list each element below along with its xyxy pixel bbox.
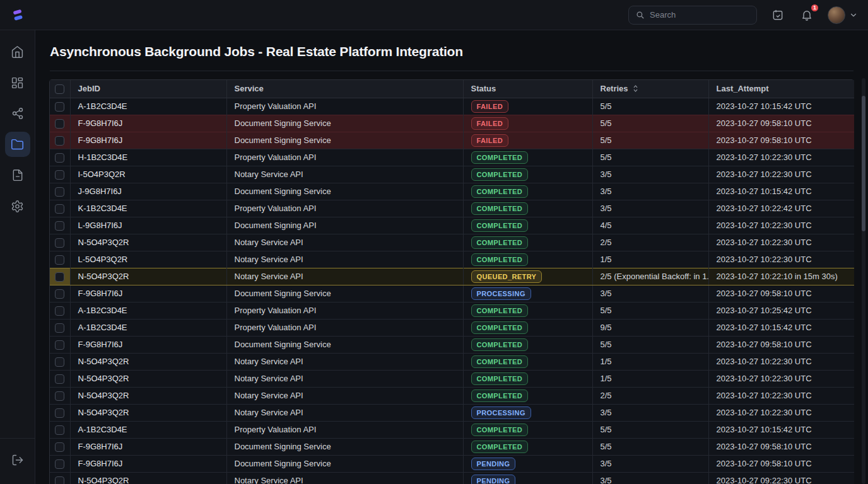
row-checkbox[interactable] [55, 136, 64, 146]
table-row[interactable]: I-5O4P3Q2R Notary Service API COMPLETED … [50, 166, 854, 183]
row-select-cell [50, 268, 70, 285]
row-checkbox[interactable] [55, 238, 64, 248]
row-checkbox[interactable] [55, 323, 64, 333]
row-checkbox[interactable] [55, 289, 64, 299]
row-checkbox[interactable] [55, 119, 64, 129]
service-cell: Notary Service API [226, 251, 463, 268]
app-logo[interactable] [0, 8, 35, 23]
last-attempt-cell: 2023-10-27 10:22:30 UTC [708, 251, 854, 268]
row-checkbox[interactable] [55, 408, 64, 418]
table-row[interactable]: A-1B2C3D4E Property Valuation API COMPLE… [50, 302, 854, 319]
table-row[interactable]: N-5O4P3Q2R Notary Service API COMPLETED … [50, 234, 854, 251]
status-cell: COMPLETED [463, 217, 592, 234]
status-cell: COMPLETED [463, 387, 592, 404]
jobid-cell: K-1B2C3D4E [70, 200, 226, 217]
table-row[interactable]: N-5O4P3Q2R Notary Service API COMPLETED … [50, 387, 854, 404]
sidebar-item-share[interactable] [5, 101, 30, 126]
retries-cell: 1/5 [592, 251, 708, 268]
retries-cell: 3/5 [592, 455, 708, 472]
table-row[interactable]: N-5O4P3Q2R Notary Service API QUEUED_RET… [50, 268, 854, 285]
row-checkbox[interactable] [55, 459, 64, 469]
row-checkbox[interactable] [55, 255, 64, 265]
table-row[interactable]: L-9G8H7I6J Document Signing API COMPLETE… [50, 217, 854, 234]
search-input[interactable] [650, 10, 744, 20]
retries-cell: 3/5 [592, 183, 708, 200]
column-header-retries[interactable]: Retries [592, 80, 708, 98]
row-checkbox[interactable] [55, 357, 64, 367]
sidebar-item-documents[interactable] [5, 163, 30, 188]
status-cell: COMPLETED [463, 353, 592, 370]
notification-badge: 1 [810, 3, 819, 13]
table-row[interactable]: J-9G8H7I6J Document Signing Service COMP… [50, 183, 854, 200]
row-checkbox[interactable] [55, 442, 64, 452]
sidebar-item-dashboard[interactable] [5, 70, 30, 95]
table-row[interactable]: H-1B2C3D4E Property Valuation API COMPLE… [50, 149, 854, 166]
select-all-checkbox[interactable] [55, 84, 64, 94]
row-checkbox[interactable] [55, 374, 64, 384]
sort-icon[interactable] [632, 84, 639, 93]
row-select-cell [50, 200, 70, 217]
status-badge: PENDING [471, 458, 516, 470]
sidebar-item-jobs[interactable] [5, 132, 30, 157]
row-checkbox[interactable] [55, 153, 64, 163]
table-row[interactable]: F-9G8H7I6J Document Signing Service COMP… [50, 438, 854, 455]
table-row[interactable]: L-5O4P3Q2R Notary Service API COMPLETED … [50, 251, 854, 268]
notifications-button[interactable]: 1 [799, 7, 815, 23]
table-row[interactable]: F-9G8H7I6J Document Signing Service FAIL… [50, 132, 854, 149]
status-badge: COMPLETED [471, 253, 529, 266]
table-row[interactable]: A-1B2C3D4E Property Valuation API COMPLE… [50, 421, 854, 438]
page-title: Asynchronous Background Jobs - Real Esta… [35, 30, 868, 59]
jobid-cell: N-5O4P3Q2R [70, 404, 226, 421]
table-row[interactable]: A-1B2C3D4E Property Valuation API COMPLE… [50, 319, 854, 336]
table-row[interactable]: N-5O4P3Q2R Notary Service API PROCESSING… [50, 404, 854, 421]
row-checkbox[interactable] [55, 221, 64, 231]
row-checkbox[interactable] [55, 476, 64, 484]
user-menu[interactable] [828, 7, 858, 23]
column-label: Status [471, 84, 496, 93]
last-attempt-cell: 2023-10-27 10:22:30 UTC [708, 370, 854, 387]
row-checkbox[interactable] [55, 170, 64, 180]
row-checkbox[interactable] [55, 340, 64, 350]
row-checkbox[interactable] [55, 204, 64, 214]
row-checkbox[interactable] [55, 102, 64, 112]
jobid-cell: N-5O4P3Q2R [70, 234, 226, 251]
table-row[interactable]: N-5O4P3Q2R Notary Service API COMPLETED … [50, 353, 854, 370]
row-checkbox[interactable] [55, 272, 64, 282]
chevron-down-icon[interactable] [849, 11, 858, 20]
table-row[interactable]: F-9G8H7I6J Document Signing Service PROC… [50, 285, 854, 302]
table-row[interactable]: A-1B2C3D4E Property Valuation API FAILED… [50, 98, 854, 115]
row-select-cell [50, 387, 70, 404]
scrollbar-thumb[interactable] [862, 96, 865, 231]
table-row[interactable]: K-1B2C3D4E Property Valuation API COMPLE… [50, 200, 854, 217]
row-select-cell [50, 166, 70, 183]
table-row[interactable]: F-9G8H7I6J Document Signing Service COMP… [50, 336, 854, 353]
logout-button[interactable] [5, 447, 30, 473]
main-content: Asynchronous Background Jobs - Real Esta… [35, 30, 868, 484]
status-cell: COMPLETED [463, 302, 592, 319]
table-row[interactable]: N-5O4P3Q2R Notary Service API PENDING 3/… [50, 472, 854, 484]
jobid-cell: H-1B2C3D4E [70, 149, 226, 166]
service-cell: Document Signing Service [226, 438, 463, 455]
row-checkbox[interactable] [55, 306, 64, 316]
table-row[interactable]: N-5O4P3Q2R Notary Service API COMPLETED … [50, 370, 854, 387]
tasks-button[interactable] [770, 7, 786, 23]
header-select-all [50, 80, 70, 98]
column-label: JebID [78, 84, 100, 93]
sidebar-item-home[interactable] [5, 39, 30, 64]
status-cell: PROCESSING [463, 404, 592, 421]
status-cell: PENDING [463, 472, 592, 484]
row-checkbox[interactable] [55, 187, 64, 197]
jobid-cell: F-9G8H7I6J [70, 132, 226, 149]
service-cell: Document Signing Service [226, 183, 463, 200]
table-row[interactable]: F-9G8H7I6J Document Signing Service FAIL… [50, 115, 854, 132]
avatar[interactable] [828, 6, 845, 24]
retries-cell: 2/5 [592, 387, 708, 404]
retries-cell: 5/5 [592, 149, 708, 166]
sidebar-item-settings[interactable] [5, 193, 30, 219]
row-checkbox[interactable] [55, 425, 64, 435]
service-cell: Property Valuation API [226, 302, 463, 319]
service-cell: Property Valuation API [226, 319, 463, 336]
table-row[interactable]: F-9G8H7I6J Document Signing Service PEND… [50, 455, 854, 472]
service-cell: Property Valuation API [226, 421, 463, 438]
row-checkbox[interactable] [55, 391, 64, 401]
